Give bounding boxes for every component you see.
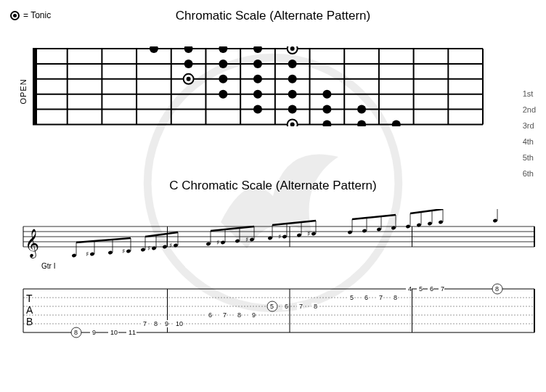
svg-point-43	[357, 105, 366, 114]
svg-point-82	[221, 240, 226, 245]
svg-point-102	[362, 229, 367, 233]
svg-text:8: 8	[154, 320, 158, 327]
svg-text:11: 11	[129, 329, 136, 336]
svg-text:8: 8	[394, 294, 397, 301]
diagram-title: Chromatic Scale (Alternate Pattern)	[0, 9, 546, 23]
svg-point-97	[311, 232, 317, 236]
svg-line-123	[410, 209, 443, 213]
svg-point-29	[253, 60, 262, 68]
svg-rect-1	[33, 49, 37, 125]
svg-point-112	[428, 221, 433, 226]
string-label: 3rd	[523, 118, 536, 134]
svg-text:♯: ♯	[147, 245, 150, 252]
svg-point-42	[322, 105, 331, 114]
svg-point-48	[392, 121, 401, 127]
svg-point-35	[288, 75, 297, 83]
svg-point-28	[219, 60, 227, 68]
svg-point-85	[235, 239, 240, 243]
string-label: 1st	[523, 86, 536, 102]
svg-text:♯: ♯	[86, 250, 89, 258]
svg-point-87	[250, 237, 255, 242]
svg-point-116	[493, 219, 498, 223]
svg-line-121	[272, 221, 316, 225]
svg-text:8: 8	[314, 303, 317, 310]
svg-text:♯: ♯	[169, 242, 172, 249]
svg-point-26	[290, 46, 295, 51]
svg-text:♯: ♯	[122, 248, 125, 255]
string-number-labels: 1st2nd3rd4th5th6th	[523, 86, 536, 181]
svg-text:6: 6	[430, 285, 433, 293]
svg-text:9: 9	[252, 311, 256, 319]
svg-point-30	[288, 60, 297, 68]
svg-point-62	[90, 252, 95, 256]
svg-text:6: 6	[364, 294, 368, 301]
svg-line-119	[145, 232, 178, 237]
fretboard-diagram: OPEN 1st2nd3rd4th5th6th	[0, 41, 546, 142]
svg-text:Gtr I: Gtr I	[41, 262, 55, 270]
svg-point-23	[219, 46, 227, 53]
svg-point-37	[253, 90, 262, 99]
svg-point-92	[282, 234, 288, 239]
svg-line-120	[211, 226, 254, 231]
svg-point-80	[206, 242, 211, 246]
svg-text:8: 8	[495, 285, 499, 293]
svg-point-33	[219, 75, 227, 83]
svg-point-60	[72, 253, 77, 258]
svg-text:B: B	[26, 316, 33, 327]
svg-point-22	[184, 46, 193, 53]
tab-title: C Chromatic Scale (Alternate Pattern)	[0, 179, 546, 193]
svg-point-21	[150, 46, 158, 53]
svg-point-32	[187, 77, 191, 81]
tablature-area: 𝄞♯♯♯♯♯♯♯♯Gtr ITAB89101178910678956785678…	[10, 209, 536, 354]
svg-text:4: 4	[408, 285, 412, 293]
svg-point-27	[184, 60, 193, 68]
string-label: 5th	[523, 150, 536, 166]
svg-text:7: 7	[441, 285, 444, 293]
svg-point-39	[322, 90, 331, 99]
svg-text:8: 8	[237, 311, 241, 319]
svg-point-47	[357, 121, 366, 127]
svg-text:10: 10	[110, 329, 118, 336]
svg-text:8: 8	[74, 329, 78, 336]
svg-point-41	[288, 105, 297, 114]
svg-text:A: A	[26, 304, 33, 316]
svg-text:10: 10	[176, 320, 183, 327]
svg-text:♯: ♯	[216, 239, 219, 246]
svg-point-75	[163, 245, 168, 249]
svg-text:7: 7	[299, 303, 303, 310]
string-label: 4th	[523, 134, 536, 150]
svg-text:7: 7	[379, 294, 383, 301]
svg-point-38	[288, 90, 297, 99]
svg-text:♯: ♯	[278, 233, 281, 240]
svg-text:7: 7	[143, 320, 147, 327]
svg-text:5: 5	[270, 303, 274, 310]
svg-text:6: 6	[285, 303, 288, 310]
svg-text:T: T	[26, 293, 33, 304]
svg-point-36	[219, 90, 227, 99]
svg-text:6: 6	[208, 311, 212, 319]
svg-point-24	[253, 46, 262, 53]
svg-line-122	[352, 215, 396, 219]
svg-text:5: 5	[350, 294, 354, 301]
svg-point-70	[141, 248, 146, 252]
svg-point-65	[108, 250, 113, 255]
svg-point-104	[377, 227, 382, 232]
svg-text:7: 7	[223, 311, 227, 319]
svg-point-114	[439, 220, 444, 224]
string-label: 2nd	[523, 102, 536, 118]
svg-point-108	[406, 224, 411, 229]
svg-text:♯: ♯	[307, 230, 310, 237]
svg-text:9: 9	[92, 329, 96, 336]
svg-point-100	[348, 230, 353, 234]
svg-text:♯: ♯	[245, 236, 248, 243]
svg-point-34	[253, 75, 262, 83]
svg-point-46	[322, 121, 331, 127]
svg-point-67	[126, 249, 131, 253]
svg-text:5: 5	[419, 285, 423, 293]
svg-text:𝄞: 𝄞	[25, 229, 39, 258]
svg-point-40	[253, 105, 262, 114]
svg-text:9: 9	[165, 320, 168, 327]
